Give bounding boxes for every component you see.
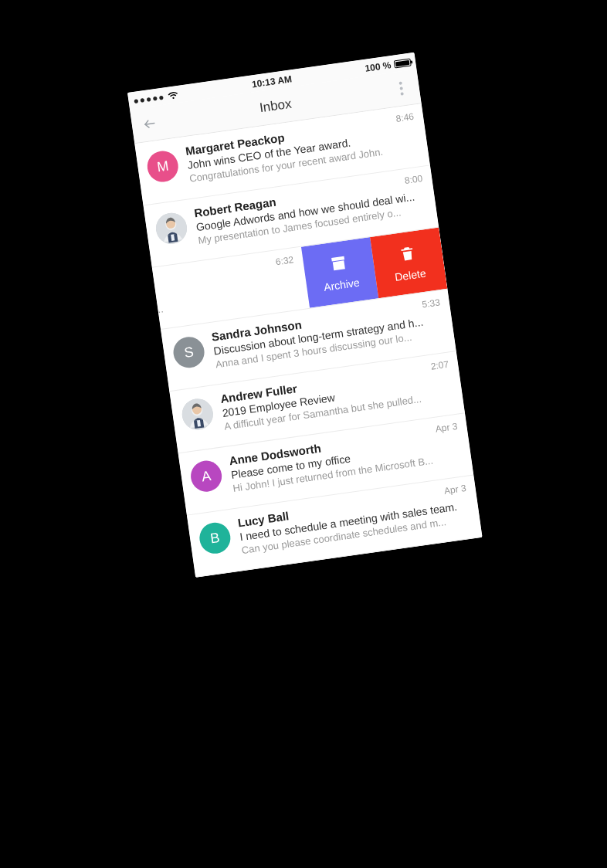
phone-frame: ●●●●● 10:13 AM 100 % Inbox MMargaret Pea… [127,53,483,578]
avatar-photo [180,397,215,432]
trash-icon [398,244,417,266]
message-list[interactable]: MMargaret PeackopJohn wins CEO of the Ye… [134,103,482,578]
avatar-initial: S [171,335,206,370]
back-button[interactable] [137,110,163,137]
signal-dots-icon: ●●●●● [133,91,166,107]
delete-label: Delete [394,266,426,283]
more-button[interactable] [388,76,415,102]
more-vertical-icon [398,81,402,85]
archive-label: Archive [323,276,360,293]
archive-icon [329,253,348,275]
battery-percent: 100 % [365,59,392,74]
avatar-initial: M [145,149,180,184]
avatar-initial: A [189,459,224,493]
battery-icon [394,59,412,69]
archive-button[interactable]: Archive [301,237,378,308]
arrow-left-icon [142,116,158,131]
delete-button[interactable]: Delete [370,228,447,299]
avatar-photo [154,211,188,246]
message-time: 6:32 [275,254,294,267]
avatar-initial: B [198,520,232,555]
wifi-icon [168,91,179,100]
